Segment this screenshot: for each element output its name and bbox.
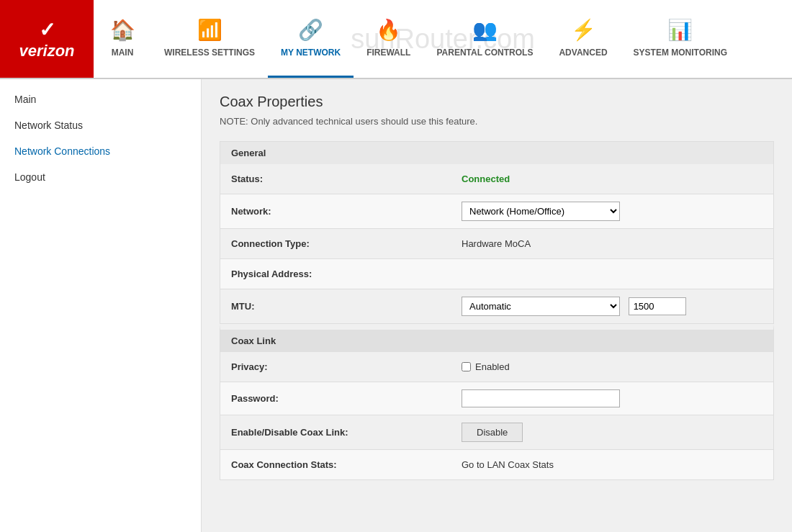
mtu-row: MTU: Automatic Manual [220,289,774,324]
content-area: Main Network Status Network Connections … [0,79,792,532]
physical-address-row: Physical Address: [220,259,774,289]
network-row: Network: Network (Home/Office) Network (… [220,194,774,229]
sidebar-label-network-connections: Network Connections [14,145,110,157]
nav-item-parental-controls[interactable]: 👥 PARENTAL CONTROLS [423,0,546,78]
connection-type-label: Connection Type: [220,231,451,256]
privacy-row: Privacy: Enabled [220,352,774,382]
monitoring-icon: 📊 [667,18,693,42]
verizon-brand-text: verizon [19,42,74,60]
sidebar: Main Network Status Network Connections … [0,79,202,532]
privacy-checkbox-label[interactable]: Enabled [462,361,762,372]
coax-stats-value: Go to LAN Coax Stats [451,452,773,477]
coax-link-section-header: Coax Link [220,324,774,352]
nav-item-advanced[interactable]: ⚡ ADVANCED [546,0,620,78]
status-label: Status: [220,166,451,191]
nav-label-main: MAIN [112,48,134,58]
sidebar-item-main[interactable]: Main [0,86,201,112]
nav-label-advanced: ADVANCED [559,48,607,58]
disable-button[interactable]: Disable [462,423,523,442]
sidebar-item-network-status[interactable]: Network Status [0,112,201,138]
nav-item-my-network[interactable]: 🔗 MY NETWORK [268,0,354,78]
network-label: Network: [220,199,451,224]
privacy-value: Enabled [451,354,773,379]
page-note: NOTE: Only advanced technical users shou… [220,116,774,127]
physical-address-value [451,267,773,281]
network-select[interactable]: Network (Home/Office) Network (Public/DM… [462,202,620,221]
firewall-icon: 🔥 [376,18,401,42]
status-value: Connected [451,166,773,191]
status-connected-text: Connected [462,173,510,184]
nav-item-firewall[interactable]: 🔥 FIREWALL [354,0,423,78]
coax-stats-row: Coax Connection Stats: Go to LAN Coax St… [220,450,774,480]
sidebar-label-main: Main [14,94,36,105]
network-icon: 🔗 [298,18,323,42]
parental-icon: 👥 [472,18,498,42]
physical-address-label: Physical Address: [220,261,451,287]
coax-stats-label: Coax Connection Stats: [220,452,451,477]
password-value [451,382,773,415]
nav-label-my-network: MY NETWORK [281,48,341,58]
sidebar-label-logout: Logout [14,171,45,183]
privacy-checkbox[interactable] [462,362,471,371]
nav-label-wireless: WIRELESS SETTINGS [164,48,255,58]
wifi-icon: 📶 [197,18,222,42]
nav-item-main[interactable]: 🏠 MAIN [94,0,151,78]
logo-area: ✓ verizon [0,0,94,78]
password-row: Password: [220,382,774,415]
nav-label-firewall: FIREWALL [366,48,410,58]
privacy-enabled-text: Enabled [475,361,510,372]
connection-type-value: Hardware MoCA [451,231,773,256]
main-content: Coax Properties NOTE: Only advanced tech… [202,79,792,532]
status-row: Status: Connected [220,164,774,194]
network-value: Network (Home/Office) Network (Public/DM… [451,194,773,228]
nav-label-parental: PARENTAL CONTROLS [436,48,533,58]
header: ✓ verizon 🏠 MAIN 📶 WIRELESS SETTINGS 🔗 M… [0,0,792,79]
sidebar-item-logout[interactable]: Logout [0,164,201,190]
verizon-logo: ✓ verizon [19,18,74,60]
connection-type-row: Connection Type: Hardware MoCA [220,229,774,259]
page-title: Coax Properties [220,94,774,110]
main-nav: 🏠 MAIN 📶 WIRELESS SETTINGS 🔗 MY NETWORK … [94,0,792,78]
mtu-select[interactable]: Automatic Manual [462,297,620,316]
nav-item-system-monitoring[interactable]: 📊 SYSTEM MONITORING [621,0,740,78]
home-icon: 🏠 [110,18,135,42]
nav-item-wireless[interactable]: 📶 WIRELESS SETTINGS [151,0,268,78]
password-label: Password: [220,386,451,411]
enable-disable-value: Disable [451,415,773,449]
sidebar-label-network-status: Network Status [14,120,83,131]
password-input[interactable] [462,389,620,407]
mtu-value: Automatic Manual [451,289,773,323]
enable-disable-row: Enable/Disable Coax Link: Disable [220,415,774,450]
mtu-input[interactable] [629,297,686,315]
enable-disable-label: Enable/Disable Coax Link: [220,420,451,445]
mtu-label: MTU: [220,294,451,319]
verizon-checkmark: ✓ [19,18,74,42]
privacy-label: Privacy: [220,354,451,379]
nav-label-system-monitoring: SYSTEM MONITORING [634,48,727,58]
general-section-header: General [220,141,774,164]
sidebar-item-network-connections[interactable]: Network Connections [0,138,201,164]
advanced-icon: ⚡ [571,18,596,42]
